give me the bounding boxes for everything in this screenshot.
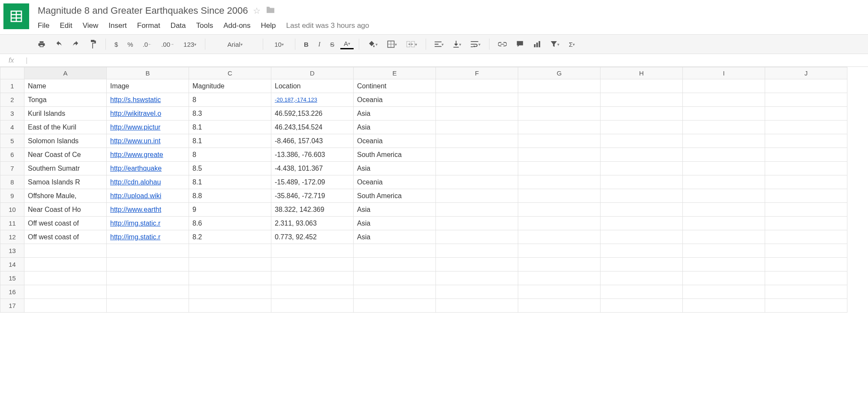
cell[interactable]	[765, 107, 847, 121]
cell[interactable]: 8.2	[189, 230, 271, 244]
cell[interactable]	[518, 79, 601, 93]
cell[interactable]	[765, 285, 847, 299]
cell[interactable]	[436, 148, 518, 162]
sheets-logo[interactable]	[3, 3, 29, 29]
cell[interactable]: Asia	[354, 203, 436, 217]
cell[interactable]	[601, 121, 683, 134]
cell[interactable]	[683, 107, 765, 121]
paint-format-button[interactable]	[86, 38, 100, 50]
cell[interactable]	[765, 217, 847, 230]
cell[interactable]	[354, 244, 436, 258]
row-header[interactable]: 10	[0, 203, 24, 217]
cell[interactable]: 46.243,154.524	[271, 121, 354, 134]
cell[interactable]: South America	[354, 148, 436, 162]
cell[interactable]: -8.466, 157.043	[271, 134, 354, 148]
cell[interactable]: Asia	[354, 107, 436, 121]
insert-link-button[interactable]	[495, 40, 510, 48]
column-header-H[interactable]: H	[601, 67, 683, 79]
column-header-C[interactable]: C	[189, 67, 271, 79]
cell[interactable]	[107, 258, 189, 271]
cell[interactable]	[683, 148, 765, 162]
cell[interactable]	[518, 93, 601, 107]
currency-button[interactable]: $	[111, 39, 121, 50]
percent-button[interactable]: %	[124, 39, 136, 50]
row-header[interactable]: 7	[0, 162, 24, 175]
cell[interactable]: 9	[189, 203, 271, 217]
cell[interactable]: Asia	[354, 230, 436, 244]
strikethrough-button[interactable]: S	[327, 39, 338, 50]
cell[interactable]	[354, 299, 436, 313]
cell[interactable]	[683, 285, 765, 299]
cell[interactable]: 38.322, 142.369	[271, 203, 354, 217]
cell[interactable]	[601, 79, 683, 93]
cell[interactable]: Name	[24, 79, 107, 93]
cell[interactable]	[107, 299, 189, 313]
cell[interactable]	[765, 79, 847, 93]
menu-edit[interactable]: Edit	[60, 21, 72, 30]
menu-view[interactable]: View	[83, 21, 99, 30]
row-header[interactable]: 8	[0, 175, 24, 189]
cell[interactable]	[601, 285, 683, 299]
insert-chart-button[interactable]	[530, 39, 544, 50]
column-header-G[interactable]: G	[518, 67, 601, 79]
cell[interactable]	[601, 217, 683, 230]
cell[interactable]	[436, 79, 518, 93]
cell[interactable]	[518, 271, 601, 285]
cell[interactable]: 8	[189, 93, 271, 107]
cell[interactable]	[518, 203, 601, 217]
cell[interactable]: Oceania	[354, 93, 436, 107]
cell[interactable]: Asia	[354, 162, 436, 175]
cell[interactable]	[765, 230, 847, 244]
cell[interactable]	[765, 299, 847, 313]
row-header[interactable]: 4	[0, 121, 24, 134]
menu-insert[interactable]: Insert	[108, 21, 127, 30]
last-edit-text[interactable]: Last edit was 3 hours ago	[286, 21, 369, 30]
cell[interactable]	[601, 271, 683, 285]
cell[interactable]	[518, 107, 601, 121]
row-header[interactable]: 2	[0, 93, 24, 107]
cell[interactable]: Magnitude	[189, 79, 271, 93]
column-header-A[interactable]: A	[24, 67, 107, 79]
cell[interactable]: Location	[271, 79, 354, 93]
row-header[interactable]: 13	[0, 244, 24, 258]
cell[interactable]	[683, 299, 765, 313]
cell[interactable]	[436, 244, 518, 258]
column-header-J[interactable]: J	[765, 67, 847, 79]
row-header[interactable]: 15	[0, 271, 24, 285]
column-header-I[interactable]: I	[683, 67, 765, 79]
vertical-align-button[interactable]	[450, 39, 465, 49]
cell[interactable]: http://www.eartht	[107, 203, 189, 217]
cell[interactable]: -4.438, 101.367	[271, 162, 354, 175]
cell[interactable]	[683, 93, 765, 107]
cell[interactable]	[271, 258, 354, 271]
cell[interactable]: Near Coast of Ho	[24, 203, 107, 217]
menu-file[interactable]: File	[38, 21, 49, 30]
cell[interactable]	[518, 230, 601, 244]
cell[interactable]	[518, 134, 601, 148]
cell[interactable]	[683, 175, 765, 189]
cell[interactable]: http://upload.wiki	[107, 189, 189, 203]
cell[interactable]: South America	[354, 189, 436, 203]
cell[interactable]: http://earthquake	[107, 162, 189, 175]
cell[interactable]	[271, 285, 354, 299]
menu-format[interactable]: Format	[137, 21, 160, 30]
select-all-corner[interactable]	[0, 67, 24, 79]
cell[interactable]	[436, 271, 518, 285]
functions-button[interactable]: Σ	[565, 39, 578, 50]
cell[interactable]	[518, 258, 601, 271]
star-icon[interactable]: ☆	[253, 6, 261, 16]
cell[interactable]	[436, 203, 518, 217]
cell[interactable]	[683, 271, 765, 285]
cell[interactable]: Image	[107, 79, 189, 93]
cell[interactable]	[24, 258, 107, 271]
cell[interactable]	[518, 121, 601, 134]
cell[interactable]: 8.1	[189, 175, 271, 189]
cell[interactable]	[354, 258, 436, 271]
column-header-E[interactable]: E	[354, 67, 436, 79]
row-header[interactable]: 11	[0, 217, 24, 230]
row-header[interactable]: 14	[0, 258, 24, 271]
cell[interactable]	[518, 244, 601, 258]
cell[interactable]	[765, 244, 847, 258]
cell[interactable]: -35.846, -72.719	[271, 189, 354, 203]
print-button[interactable]	[34, 39, 49, 50]
